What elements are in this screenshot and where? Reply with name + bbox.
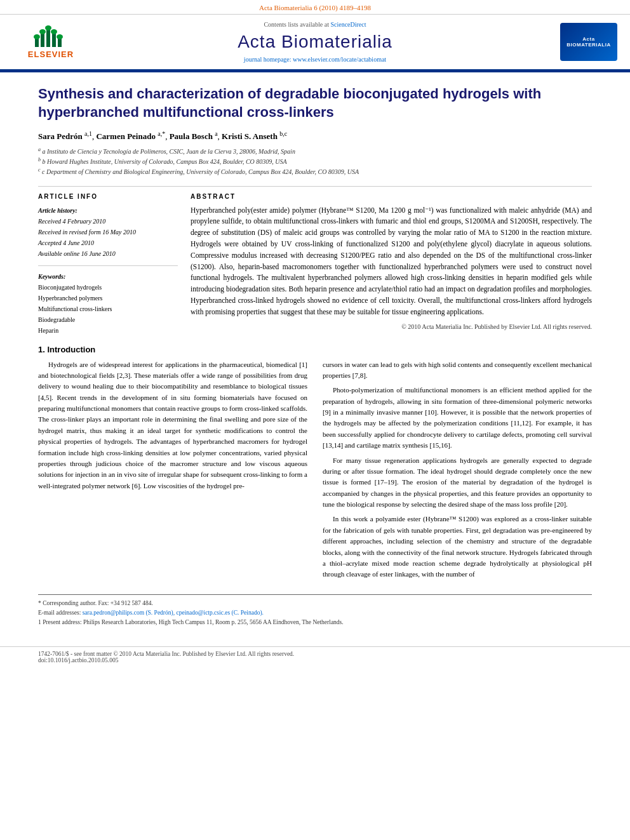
- keyword-4: Biodegradable: [38, 314, 178, 325]
- bottom-issn: 1742-7061/$ - see front matter © 2010 Ac…: [38, 651, 592, 657]
- homepage-url[interactable]: www.elsevier.com/locate/actabiomat: [293, 56, 386, 63]
- svg-rect-2: [46, 29, 50, 47]
- intro-col-left: Hydrogels are of widespread interest for…: [38, 359, 307, 584]
- svg-point-5: [34, 34, 40, 39]
- article-info-col: ARTICLE INFO Article history: Received 4…: [38, 193, 178, 336]
- copyright-line: © 2010 Acta Materialia Inc. Published by…: [191, 323, 592, 330]
- keyword-1: Bioconjugated hydrogels: [38, 282, 178, 293]
- affil-bc: b,c: [279, 130, 287, 137]
- elsevier-tree-icon: [32, 25, 70, 48]
- history-label: Article history:: [38, 205, 178, 216]
- svg-point-8: [51, 29, 57, 34]
- affil-a-star: a,*: [158, 130, 165, 137]
- svg-rect-0: [35, 38, 39, 47]
- elsevier-logo: ELSEVIER: [28, 25, 74, 59]
- elsevier-logo-area: ELSEVIER: [13, 25, 89, 59]
- keywords-section: Keywords: Bioconjugated hydrogels Hyperb…: [38, 265, 178, 336]
- footnote-emails: E-mail addresses: sara.pedron@philips.co…: [38, 608, 592, 618]
- affil-1: a a Instituto de Ciencia y Tecnología de…: [38, 146, 592, 156]
- author-paula: Paula Bosch: [170, 132, 213, 142]
- intro-para-right-4: In this work a polyamide ester (Hybrane™…: [323, 514, 592, 580]
- accepted-date: Accepted 4 June 2010: [38, 237, 178, 248]
- intro-para-right-1: cursors in water can lead to gels with h…: [323, 359, 592, 382]
- keyword-3: Multifunctional cross-linkers: [38, 303, 178, 314]
- intro-col-right: cursors in water can lead to gels with h…: [323, 359, 592, 584]
- footnote-email-text: sara.pedron@philips.com (S. Pedrón), cpe…: [83, 610, 264, 616]
- article-info-heading: ARTICLE INFO: [38, 193, 178, 200]
- intro-para-left-1: Hydrogels are of widespread interest for…: [38, 359, 307, 492]
- citation-text: Acta Biomaterialia 6 (2010) 4189–4198: [259, 4, 371, 11]
- revised-date: Received in revised form 16 May 2010: [38, 227, 178, 237]
- svg-point-6: [39, 29, 46, 34]
- logo-title-line2: BIOMATERIALIA: [566, 42, 610, 48]
- bottom-doi: doi:10.1016/j.actbio.2010.05.005: [38, 657, 592, 663]
- citation-bar: Acta Biomaterialia 6 (2010) 4189–4198: [0, 0, 630, 15]
- intro-para-right-3: For many tissue regeneration application…: [323, 455, 592, 510]
- keyword-5: Heparin: [38, 325, 178, 336]
- journal-title: Acta Biomaterialia: [89, 32, 541, 52]
- svg-rect-4: [58, 38, 62, 47]
- author-sara: Sara Pedrón: [38, 132, 83, 142]
- journal-homepage: journal homepage: www.elsevier.com/locat…: [89, 56, 541, 63]
- svg-point-7: [45, 25, 51, 30]
- sciencedirect-link[interactable]: ScienceDirect: [330, 21, 366, 28]
- journal-logo-area: Acta BIOMATERIALIA: [541, 23, 617, 61]
- journal-logo-box: Acta BIOMATERIALIA: [560, 23, 617, 61]
- authors-line: Sara Pedrón a,1, Carmen Peinado a,*, Pau…: [38, 130, 592, 142]
- abstract-paragraph: Hyperbranched poly(ester amide) polymer …: [191, 205, 592, 318]
- intro-body: Hydrogels are of widespread interest for…: [38, 359, 592, 584]
- svg-rect-3: [52, 33, 56, 47]
- bottom-bar: 1742-7061/$ - see front matter © 2010 Ac…: [0, 646, 630, 667]
- footnote-1: 1 Present address: Philips Research Labo…: [38, 618, 592, 627]
- abstract-col: ABSTRACT Hyperbranched poly(ester amide)…: [191, 193, 592, 336]
- keywords-label: Keywords:: [38, 271, 178, 282]
- intro-para-right-2: Photo-polymerization of multifunctional …: [323, 385, 592, 451]
- available-date: Available online 16 June 2010: [38, 248, 178, 259]
- affil-a2: a: [215, 130, 217, 137]
- logo-title-line1: Acta: [582, 36, 594, 42]
- journal-header: ELSEVIER Contents lists available at Sci…: [0, 15, 630, 70]
- svg-rect-1: [41, 33, 44, 47]
- affil-2: b b Howard Hughes Institute, University …: [38, 156, 592, 166]
- intro-section-title: 1. Introduction: [38, 345, 592, 354]
- author-carmen: Carmen Peinado: [96, 132, 156, 142]
- journal-header-center: Contents lists available at ScienceDirec…: [89, 21, 541, 63]
- footnotes: * Corresponding author. Fax: +34 912 587…: [38, 594, 592, 628]
- footnote-corresponding: * Corresponding author. Fax: +34 912 587…: [38, 599, 592, 608]
- article-title: Synthesis and characterization of degrad…: [38, 85, 592, 121]
- author-kristi: Kristi S. Anseth: [222, 132, 278, 142]
- keyword-2: Hyperbranched polymers: [38, 293, 178, 303]
- info-abstract-section: ARTICLE INFO Article history: Received 4…: [38, 186, 592, 336]
- main-content: Synthesis and characterization of degrad…: [0, 72, 630, 640]
- abstract-heading: ABSTRACT: [191, 193, 592, 200]
- elsevier-wordmark: ELSEVIER: [28, 50, 74, 59]
- sciencedirect-line: Contents lists available at ScienceDirec…: [89, 21, 541, 28]
- affiliations: a a Instituto de Ciencia y Tecnología de…: [38, 146, 592, 177]
- article-history: Article history: Received 4 February 201…: [38, 205, 178, 259]
- svg-point-9: [57, 34, 63, 39]
- affil-a1: a,1: [84, 130, 92, 137]
- received-date: Received 4 February 2010: [38, 216, 178, 227]
- abstract-text: Hyperbranched poly(ester amide) polymer …: [191, 205, 592, 318]
- affil-3: c c Department of Chemistry and Biologic…: [38, 166, 592, 177]
